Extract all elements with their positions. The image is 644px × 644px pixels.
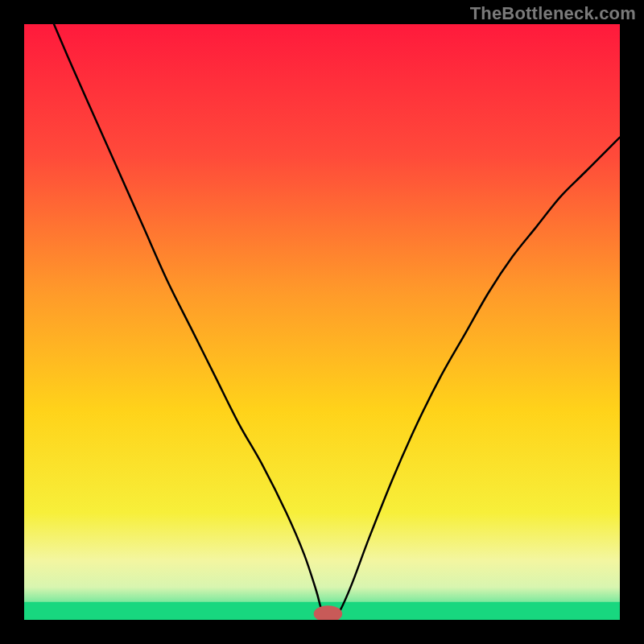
chart-stage: TheBottleneck.com xyxy=(0,0,644,644)
bottleneck-chart xyxy=(24,24,620,620)
gradient-background xyxy=(24,24,620,620)
attribution-text: TheBottleneck.com xyxy=(470,3,636,24)
